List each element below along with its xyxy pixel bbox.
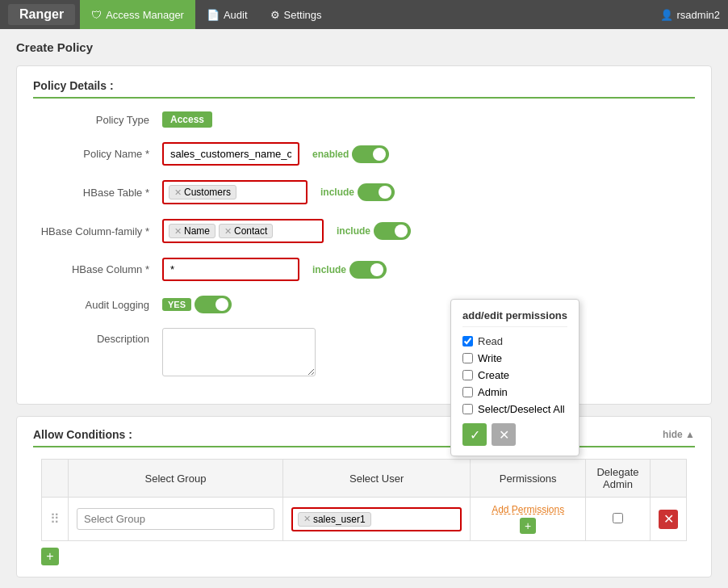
nav-audit[interactable]: 📄 Audit bbox=[195, 0, 259, 29]
admin-checkbox[interactable] bbox=[462, 387, 473, 397]
selectall-label: Select/Deselect All bbox=[478, 403, 565, 415]
allow-conditions-section: Allow Conditions : hide ▲ Select Group S… bbox=[16, 416, 712, 578]
hbase-table-toggle-wrap: include bbox=[320, 183, 395, 201]
select-group-input[interactable] bbox=[77, 508, 274, 530]
hbase-table-input[interactable]: ✕ Customers bbox=[162, 180, 308, 204]
hbase-colfamily-label: HBase Column-family * bbox=[33, 225, 162, 237]
audit-toggle[interactable] bbox=[195, 296, 232, 313]
contact-tag-remove[interactable]: ✕ bbox=[224, 226, 232, 237]
delete-row-button[interactable]: ✕ bbox=[659, 510, 678, 529]
policy-type-row: Policy Type Access bbox=[33, 111, 695, 128]
customers-tag-remove[interactable]: ✕ bbox=[174, 187, 182, 198]
hbase-colfamily-row: HBase Column-family * ✕ Name ✕ Contact i… bbox=[33, 219, 695, 243]
sales-user1-tag[interactable]: ✕ sales_user1 bbox=[298, 512, 371, 527]
hbase-table-toggle-label: include bbox=[320, 187, 354, 198]
group-cell bbox=[69, 498, 283, 541]
description-label: Description bbox=[33, 333, 162, 345]
policy-name-toggle[interactable] bbox=[352, 145, 389, 163]
doc-icon: 📄 bbox=[207, 9, 220, 21]
top-nav: Ranger 🛡 Access Manager 📄 Audit ⚙ Settin… bbox=[0, 0, 728, 29]
audit-toggle-wrap: YES bbox=[162, 296, 232, 313]
audit-logging-row: Audit Logging YES bbox=[33, 296, 695, 313]
hbase-column-label: HBase Column * bbox=[33, 263, 162, 275]
hbase-colfamily-toggle[interactable] bbox=[374, 222, 411, 240]
shield-icon: 🛡 bbox=[91, 9, 102, 21]
hbase-column-toggle-wrap: include bbox=[312, 261, 387, 279]
add-permissions-button[interactable]: + bbox=[520, 518, 536, 534]
contact-tag[interactable]: ✕ Contact bbox=[219, 224, 273, 238]
read-label: Read bbox=[478, 335, 503, 347]
add-row-button[interactable]: + bbox=[41, 548, 59, 565]
main-content: Create Policy Policy Details : Policy Ty… bbox=[0, 29, 728, 588]
hbase-colfamily-toggle-label: include bbox=[337, 225, 370, 237]
hbase-table-label: HBase Table * bbox=[33, 187, 162, 199]
create-checkbox[interactable] bbox=[462, 370, 473, 380]
hbase-column-row: HBase Column * * include bbox=[33, 258, 695, 281]
create-label: Create bbox=[478, 369, 509, 381]
conditions-container: Select Group Select User Permissions Del… bbox=[33, 459, 695, 565]
hbase-colfamily-toggle-wrap: include bbox=[337, 222, 411, 240]
policy-type-badge: Access bbox=[162, 111, 212, 128]
audit-logging-label: Audit Logging bbox=[33, 299, 162, 311]
gear-icon: ⚙ bbox=[270, 9, 280, 21]
policy-name-row: Policy Name * sales_customers_name_conta… bbox=[33, 142, 695, 166]
customers-tag[interactable]: ✕ Customers bbox=[169, 185, 236, 200]
drag-cell: ⠿ bbox=[42, 498, 69, 541]
policy-details-section: Policy Details : Policy Type Access Poli… bbox=[16, 65, 712, 405]
policy-name-toggle-label: enabled bbox=[312, 149, 349, 160]
description-input[interactable] bbox=[162, 328, 316, 376]
popup-cancel-button[interactable]: ✕ bbox=[492, 423, 516, 446]
hbase-column-input[interactable]: * bbox=[162, 258, 299, 281]
page-title: Create Policy bbox=[16, 40, 712, 54]
write-checkbox[interactable] bbox=[462, 353, 473, 363]
hbase-table-row: HBase Table * ✕ Customers include bbox=[33, 180, 695, 204]
col-select-group-header: Select Group bbox=[69, 460, 283, 498]
popup-actions: ✓ ✕ bbox=[462, 423, 567, 446]
popup-confirm-button[interactable]: ✓ bbox=[462, 423, 487, 446]
hbase-colfamily-input[interactable]: ✕ Name ✕ Contact bbox=[162, 219, 324, 243]
popup-create-item: Create bbox=[462, 369, 567, 381]
read-checkbox[interactable] bbox=[462, 336, 473, 346]
sales-user1-tag-remove[interactable]: ✕ bbox=[303, 514, 311, 524]
col-actions-header bbox=[651, 460, 687, 498]
hbase-column-toggle-label: include bbox=[312, 264, 346, 275]
policy-name-input[interactable]: sales_customers_name_contact bbox=[162, 142, 299, 166]
nav-settings[interactable]: ⚙ Settings bbox=[259, 0, 333, 29]
hbase-table-toggle[interactable] bbox=[358, 183, 395, 201]
popup-selectall-item: Select/Deselect All bbox=[462, 403, 567, 415]
permissions-popup: add/edit permissions Read Write Create A… bbox=[450, 299, 579, 456]
name-tag[interactable]: ✕ Name bbox=[169, 224, 215, 238]
allow-conditions-header: Allow Conditions : hide ▲ bbox=[33, 428, 695, 447]
user-info: 👤 rsadmin2 bbox=[660, 9, 720, 21]
add-permissions-link[interactable]: Add Permissions bbox=[479, 504, 577, 515]
policy-details-header: Policy Details : bbox=[33, 79, 695, 99]
admin-label: Admin bbox=[478, 386, 508, 398]
nav-access-manager[interactable]: 🛡 Access Manager bbox=[80, 0, 195, 29]
hbase-column-toggle[interactable] bbox=[349, 261, 387, 279]
policy-name-label: Policy Name * bbox=[33, 148, 162, 160]
conditions-table: Select Group Select User Permissions Del… bbox=[41, 459, 687, 541]
popup-title: add/edit permissions bbox=[462, 309, 567, 327]
drag-handle-icon[interactable]: ⠿ bbox=[50, 512, 60, 526]
popup-read-item: Read bbox=[462, 335, 567, 347]
permissions-cell: Add Permissions + bbox=[471, 498, 586, 541]
policy-name-toggle-wrap: enabled bbox=[312, 145, 389, 163]
select-user-input[interactable]: ✕ sales_user1 bbox=[291, 507, 462, 531]
col-drag bbox=[42, 460, 69, 498]
col-select-user-header: Select User bbox=[282, 460, 470, 498]
col-delegate-admin-header: DelegateAdmin bbox=[586, 460, 651, 498]
delegate-admin-checkbox[interactable] bbox=[613, 513, 623, 523]
name-tag-remove[interactable]: ✕ bbox=[174, 226, 182, 237]
user-icon: 👤 bbox=[660, 9, 673, 21]
selectall-checkbox[interactable] bbox=[462, 404, 473, 414]
hide-link[interactable]: hide ▲ bbox=[663, 429, 695, 440]
popup-write-item: Write bbox=[462, 352, 567, 364]
col-permissions-header: Permissions bbox=[471, 460, 586, 498]
brand-logo: Ranger bbox=[8, 4, 75, 25]
popup-admin-item: Admin bbox=[462, 386, 567, 398]
table-row: ⠿ ✕ sales_user1 bbox=[42, 498, 687, 541]
delete-row-cell: ✕ bbox=[651, 498, 687, 541]
write-label: Write bbox=[478, 352, 502, 364]
audit-yes-badge: YES bbox=[162, 298, 191, 311]
description-row: Description bbox=[33, 328, 695, 376]
